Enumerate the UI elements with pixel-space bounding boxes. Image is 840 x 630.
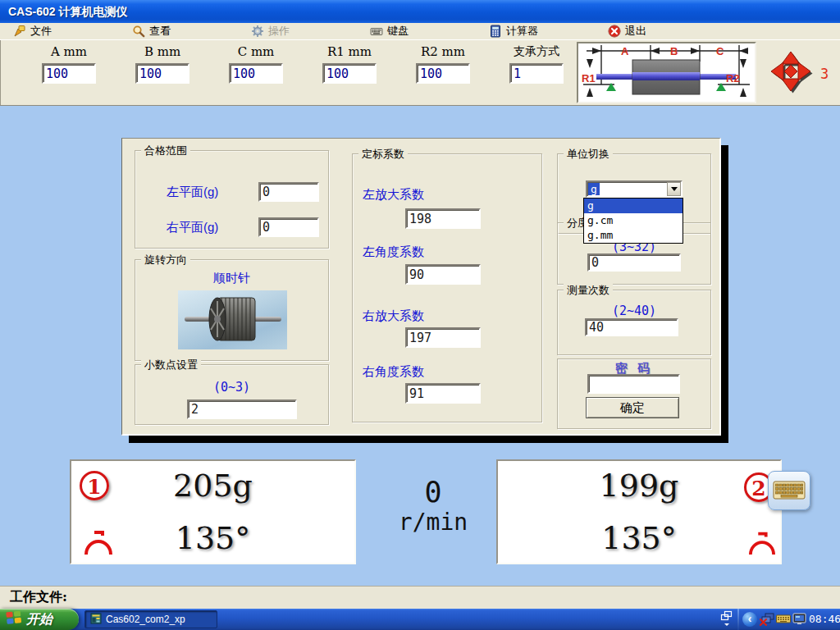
rotor-dimension-diagram: A B C R1 R2 <box>577 42 756 103</box>
screen: CAS-602 计算机电测仪 文件 查看 操作 键盘 计算器 退出 <box>0 0 840 630</box>
field-support-mode: 支承方式 <box>509 44 564 84</box>
left-plane-input[interactable] <box>258 182 319 202</box>
measure-count-hint: (2~40) <box>558 304 710 318</box>
title-bar: CAS-602 计算机电测仪 <box>0 0 840 23</box>
diagram-label-r1: R1 <box>582 72 596 84</box>
right-measure-display: 199g 2 135° <box>496 459 782 564</box>
unit-combobox[interactable]: g <box>586 180 682 198</box>
diagram-label-a: A <box>621 45 629 57</box>
taskbar-app-button[interactable]: Cas602_com2_xp <box>84 610 217 628</box>
tray-keyboard-icon[interactable] <box>776 613 791 628</box>
menu-keyboard[interactable]: 键盘 <box>370 23 409 39</box>
rotation-direction-label: 顺时针 <box>135 271 328 286</box>
division-input[interactable] <box>587 253 681 272</box>
file-icon <box>13 25 26 38</box>
move-arrows[interactable]: 3 <box>769 50 829 98</box>
diagram-label-b: B <box>670 45 678 57</box>
ok-button[interactable]: 确定 <box>586 397 679 418</box>
settings-dialog: 合格范围 左平面(g) 右平面(g) 旋转方向 顺时针 <box>121 138 721 436</box>
left-gain-label: 左放大系数 <box>363 187 424 203</box>
menu-label: 退出 <box>625 24 646 39</box>
start-label: 开始 <box>26 611 52 628</box>
unit-selected-value: g <box>588 183 600 195</box>
field-a-label: A mm <box>42 44 96 63</box>
menu-file[interactable]: 文件 <box>13 23 52 39</box>
tray-monitor-icon[interactable] <box>792 613 806 629</box>
decimal-input[interactable] <box>187 399 297 419</box>
group-calibration: 定标系数 左放大系数 左角度系数 右放大系数 右角度系数 <box>352 153 542 422</box>
diagram-label-r2: R2 <box>726 72 740 84</box>
group-title: 合格范围 <box>141 144 190 158</box>
network-disconnected-icon[interactable] <box>759 613 774 629</box>
menu-view[interactable]: 查看 <box>132 23 171 39</box>
group-decimal-setting: 小数点设置 (0~3) <box>135 364 329 425</box>
right-angle-value: 135° <box>498 520 780 556</box>
field-r2-input[interactable] <box>416 63 470 84</box>
speed-display: 0 r/min <box>373 476 493 536</box>
group-password: 密 码 确定 <box>557 358 711 429</box>
field-c-input[interactable] <box>229 63 283 84</box>
left-gain-input[interactable] <box>405 208 481 229</box>
restore-window-icon[interactable] <box>720 610 733 630</box>
virtual-keyboard-button[interactable] <box>768 471 810 510</box>
combobox-dropdown-button[interactable] <box>667 182 681 196</box>
status-bar: 工作文件: <box>0 586 840 609</box>
right-gain-input[interactable] <box>405 327 481 348</box>
group-title: 单位切换 <box>564 147 613 162</box>
taskbar-clock: 08:46 <box>809 609 840 630</box>
right-angle-label: 右角度系数 <box>363 364 424 380</box>
diagram-label-c: C <box>716 45 724 57</box>
operate-gear-icon <box>251 25 264 38</box>
left-measure-display: 1 205g 135° <box>70 459 356 564</box>
field-b-label: B mm <box>135 44 189 63</box>
field-a-input[interactable] <box>42 63 96 84</box>
rotor-photo <box>178 290 287 349</box>
right-angle-input[interactable] <box>405 383 481 404</box>
field-r1: R1 mm <box>322 44 377 84</box>
group-rotation-direction: 旋转方向 顺时针 <box>135 259 329 361</box>
windows-logo-icon <box>6 610 22 628</box>
chevron-left-icon: ‹ <box>748 612 752 625</box>
menu-operate: 操作 <box>251 23 290 39</box>
app-icon <box>90 613 102 627</box>
group-title: 小数点设置 <box>141 358 201 372</box>
menu-label: 计算器 <box>506 24 538 39</box>
right-plane-label: 右平面(g) <box>167 220 218 235</box>
field-r1-input[interactable] <box>322 63 377 84</box>
chevron-down-icon <box>671 187 678 191</box>
calculator-icon <box>489 25 502 38</box>
keyboard-icon <box>773 477 806 504</box>
view-icon <box>132 25 145 38</box>
move-arrows-badge: 3 <box>820 66 829 82</box>
left-angle-input[interactable] <box>405 264 481 285</box>
password-input[interactable] <box>587 374 680 394</box>
field-b-input[interactable] <box>135 63 189 84</box>
menu-calculator[interactable]: 计算器 <box>489 23 538 39</box>
left-angle-value: 135° <box>71 520 354 556</box>
exit-icon <box>608 25 621 38</box>
right-gain-label: 右放大系数 <box>363 308 424 324</box>
right-amount-value: 199g <box>498 468 780 504</box>
group-title: 旋转方向 <box>141 253 190 267</box>
left-plane-label: 左平面(g) <box>167 185 218 200</box>
menu-exit[interactable]: 退出 <box>608 23 646 39</box>
measure-count-input[interactable] <box>585 318 678 336</box>
menu-label: 查看 <box>149 24 171 39</box>
right-plane-input[interactable] <box>258 217 319 237</box>
unit-option-g[interactable]: g <box>584 199 682 213</box>
menu-label: 操作 <box>268 24 290 39</box>
field-r2-label: R2 mm <box>416 44 470 63</box>
tray-collapse-button[interactable]: ‹ <box>742 612 757 627</box>
window-title: CAS-602 计算机电测仪 <box>8 5 127 18</box>
start-button[interactable]: 开始 <box>0 609 79 630</box>
field-c: C mm <box>229 44 283 84</box>
field-r1-label: R1 mm <box>322 44 377 63</box>
unit-option-gcm[interactable]: g.cm <box>584 213 682 228</box>
group-measure-count: 测量次数 (2~40) <box>557 290 711 355</box>
unit-option-gmm[interactable]: g.mm <box>584 228 682 243</box>
field-support-mode-input[interactable] <box>509 63 564 84</box>
decimal-range-hint: (0~3) <box>135 380 328 395</box>
menu-label: 文件 <box>30 24 52 39</box>
taskbar: 开始 Cas602_com2_xp ‹ <box>0 609 840 630</box>
menu-label: 键盘 <box>387 24 409 39</box>
